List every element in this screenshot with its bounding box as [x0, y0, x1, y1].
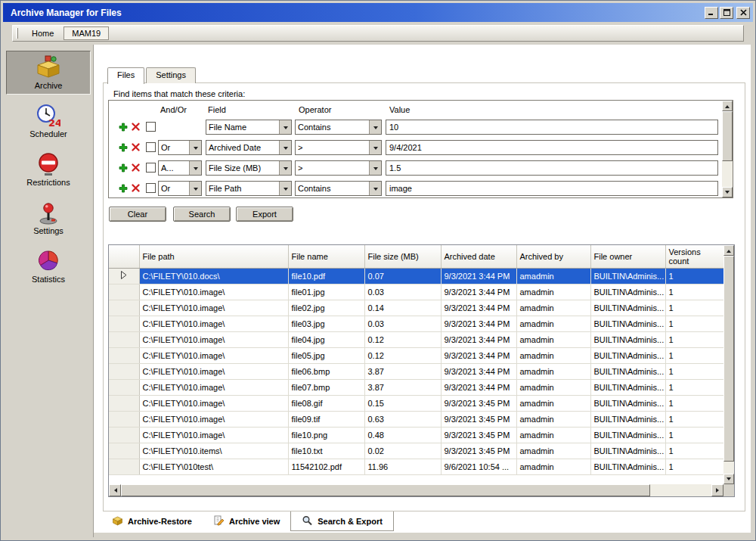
column-header[interactable]: Versions count: [665, 245, 723, 268]
dropdown-arrow-icon[interactable]: [189, 161, 201, 175]
dropdown-arrow-icon[interactable]: [369, 141, 381, 154]
tab-archive-view[interactable]: Archive view: [203, 511, 290, 531]
add-criteria-icon[interactable]: [119, 143, 128, 152]
row-selector[interactable]: [109, 284, 139, 300]
tab-settings[interactable]: Settings: [146, 67, 196, 83]
table-row[interactable]: C:\FILETY\010.image\file09.tif0.639/3/20…: [109, 411, 723, 427]
field-select[interactable]: File Name: [206, 120, 292, 135]
tab-archive-restore[interactable]: Archive-Restore: [101, 511, 203, 531]
maximize-button[interactable]: [720, 7, 733, 19]
scroll-right-icon[interactable]: [711, 484, 723, 496]
tab-search-export[interactable]: Search & Export: [290, 511, 394, 531]
tab-files[interactable]: Files: [107, 67, 144, 84]
column-header[interactable]: File size (MB): [364, 245, 441, 268]
criteria-value-input[interactable]: [386, 160, 718, 176]
criteria-checkbox[interactable]: [146, 122, 156, 132]
operator-select[interactable]: Contains: [295, 120, 382, 135]
remove-criteria-icon[interactable]: [132, 123, 141, 132]
add-criteria-icon[interactable]: [119, 123, 128, 132]
close-button[interactable]: [736, 7, 750, 19]
row-selector[interactable]: [109, 268, 139, 284]
dropdown-arrow-icon[interactable]: [279, 182, 291, 195]
scrollbar-track[interactable]: [722, 111, 733, 187]
table-row[interactable]: C:\FILETY\010.image\file02.jpg0.149/3/20…: [109, 300, 723, 316]
toolbar-grip-icon[interactable]: [16, 28, 18, 39]
row-selector[interactable]: [109, 347, 139, 363]
scrollbar-thumb[interactable]: [722, 111, 733, 161]
scrollbar-track[interactable]: [723, 256, 734, 474]
table-row[interactable]: C:\FILETY\010.image\file04.jpg0.129/3/20…: [109, 331, 723, 347]
table-row[interactable]: C:\FILETY\010.image\file08.gif0.159/3/20…: [109, 395, 723, 411]
dropdown-arrow-icon[interactable]: [369, 182, 381, 195]
table-row[interactable]: C:\FILETY\010.image\file10.png0.489/3/20…: [109, 427, 723, 443]
scroll-up-icon[interactable]: [722, 101, 733, 111]
row-selector[interactable]: [109, 395, 139, 411]
scrollbar-thumb[interactable]: [121, 484, 650, 496]
andor-select[interactable]: A...: [158, 160, 202, 176]
row-selector[interactable]: [109, 443, 139, 459]
dropdown-arrow-icon[interactable]: [189, 141, 201, 154]
row-selector[interactable]: [109, 411, 139, 427]
row-selector[interactable]: [109, 379, 139, 395]
scroll-left-icon[interactable]: [109, 484, 121, 496]
results-hscrollbar[interactable]: [109, 484, 723, 496]
add-criteria-icon[interactable]: [119, 163, 128, 173]
search-button[interactable]: Search: [173, 207, 231, 222]
row-selector[interactable]: [109, 427, 139, 443]
table-row[interactable]: C:\FILETY\010.items\file10.txt0.029/3/20…: [109, 443, 723, 459]
clear-button[interactable]: Clear: [109, 207, 166, 222]
sidebar-item-restrictions[interactable]: Restrictions: [6, 148, 91, 191]
criteria-scrollbar[interactable]: [722, 101, 733, 197]
remove-criteria-icon[interactable]: [132, 184, 141, 193]
criteria-checkbox[interactable]: [146, 142, 156, 152]
table-row[interactable]: C:\FILETY\010.docs\file10.pdf0.079/3/202…: [109, 268, 723, 284]
column-header[interactable]: File path: [139, 245, 288, 268]
dropdown-arrow-icon[interactable]: [279, 161, 291, 175]
criteria-value-input[interactable]: [386, 140, 718, 155]
operator-select[interactable]: Contains: [295, 181, 382, 196]
field-select[interactable]: File Size (MB): [206, 160, 292, 176]
andor-select[interactable]: Or: [158, 140, 202, 155]
column-header[interactable]: File name: [288, 245, 364, 268]
column-header[interactable]: Archived by: [516, 245, 590, 268]
operator-select[interactable]: >: [295, 140, 382, 155]
table-row[interactable]: C:\FILETY\010.image\file01.jpg0.039/3/20…: [109, 284, 723, 300]
table-row[interactable]: C:\FILETY\010.image\file07.bmp3.879/3/20…: [109, 379, 723, 395]
dropdown-arrow-icon[interactable]: [279, 141, 291, 154]
field-select[interactable]: File Path: [206, 181, 292, 196]
andor-select[interactable]: Or: [158, 181, 202, 196]
dropdown-arrow-icon[interactable]: [369, 161, 381, 175]
minimize-button[interactable]: [705, 7, 718, 19]
operator-select[interactable]: >: [295, 160, 382, 176]
dropdown-arrow-icon[interactable]: [189, 182, 201, 195]
criteria-checkbox[interactable]: [146, 183, 156, 193]
remove-criteria-icon[interactable]: [132, 163, 141, 173]
mam19-button[interactable]: MAM19: [64, 26, 109, 40]
home-button[interactable]: Home: [23, 26, 62, 40]
scrollbar-track[interactable]: [121, 484, 711, 496]
export-button[interactable]: Export: [236, 207, 293, 222]
scroll-up-icon[interactable]: [723, 245, 734, 256]
dropdown-arrow-icon[interactable]: [279, 120, 291, 134]
row-selector[interactable]: [109, 300, 139, 316]
scroll-down-icon[interactable]: [722, 187, 733, 197]
add-criteria-icon[interactable]: [119, 184, 128, 193]
criteria-checkbox[interactable]: [146, 163, 156, 173]
criteria-value-input[interactable]: [386, 181, 718, 196]
field-select[interactable]: Archived Date: [206, 140, 292, 155]
column-header[interactable]: Archived date: [441, 245, 516, 268]
row-selector[interactable]: [109, 331, 139, 347]
table-row[interactable]: C:\FILETY\010test\11542102.pdf11.969/6/2…: [109, 459, 723, 474]
row-selector[interactable]: [109, 316, 139, 331]
table-row[interactable]: C:\FILETY\010.image\file03.jpg0.039/3/20…: [109, 316, 723, 331]
row-selector[interactable]: [109, 363, 139, 379]
table-row[interactable]: C:\FILETY\010.image\file05.jpg0.129/3/20…: [109, 347, 723, 363]
row-selector[interactable]: [109, 459, 139, 474]
table-row[interactable]: C:\FILETY\010.image\file06.bmp3.879/3/20…: [109, 363, 723, 379]
column-header[interactable]: File owner: [590, 245, 665, 268]
criteria-value-input[interactable]: [386, 120, 718, 135]
dropdown-arrow-icon[interactable]: [369, 120, 381, 134]
sidebar-item-scheduler[interactable]: 24Scheduler: [6, 99, 91, 143]
sidebar-item-archive[interactable]: Archive: [6, 51, 91, 95]
results-vscrollbar[interactable]: [723, 245, 734, 484]
